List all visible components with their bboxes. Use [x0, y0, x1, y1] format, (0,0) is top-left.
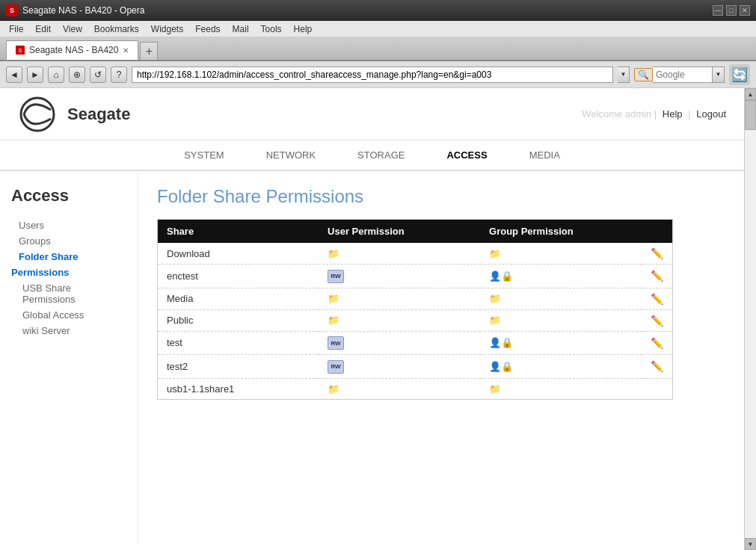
edit-button[interactable]: ✏️ — [651, 360, 663, 372]
nav-access[interactable]: ACCESS — [440, 146, 493, 164]
browser-favicon: S — [6, 4, 18, 16]
user-perm-cell: 📁 — [319, 243, 480, 265]
col-group-permission: Group Permission — [480, 220, 642, 244]
nas-header: Seagate Welcome admin | Help | Logout — [0, 88, 744, 140]
scroll-up-button[interactable]: ▲ — [745, 88, 756, 100]
logout-link[interactable]: Logout — [696, 108, 726, 120]
edit-button[interactable]: ✏️ — [651, 293, 663, 305]
sidebar-permissions-label: Permissions — [11, 265, 126, 280]
window-controls[interactable]: — □ ✕ — [713, 5, 750, 16]
back-button[interactable]: ◄ — [6, 67, 22, 83]
browser-title-bar: S Seagate NAS - BA420 - Opera — □ ✕ — [0, 0, 756, 21]
new-tab-button[interactable]: + — [140, 42, 158, 60]
menu-bookmarks[interactable]: Bookmarks — [88, 22, 145, 36]
edit-button[interactable]: ✏️ — [651, 315, 663, 327]
sidebar: Access Users Groups Folder Share Permiss… — [0, 171, 138, 545]
nav-media[interactable]: MEDIA — [523, 146, 566, 164]
sidebar-title: Access — [11, 186, 126, 206]
nav-storage[interactable]: STORAGE — [351, 146, 411, 164]
search-input[interactable] — [653, 67, 713, 83]
group-perm-cell: 📁 — [480, 309, 642, 331]
tab-close-button[interactable]: ✕ — [123, 46, 129, 55]
address-input[interactable] — [132, 67, 613, 83]
search-engine-icon: 🔍 — [634, 68, 653, 81]
maximize-button[interactable]: □ — [726, 5, 737, 16]
address-dropdown[interactable]: ▼ — [618, 67, 630, 83]
page-wrapper: Seagate Welcome admin | Help | Logout SY… — [0, 88, 756, 550]
search-dropdown[interactable]: ▼ — [713, 67, 725, 83]
folder-icon: 📁 — [328, 248, 339, 259]
user-perm-cell: 📁 — [319, 309, 480, 331]
user-perm-cell: RW — [319, 331, 480, 355]
group-perm-cell: 👤🔒 — [480, 331, 642, 355]
share-name: usb1-1.1share1 — [158, 378, 319, 399]
permissions-table: Share User Permission Group Permission D… — [157, 219, 673, 400]
menu-widgets[interactable]: Widgets — [145, 22, 189, 36]
seagate-logo: Seagate — [15, 93, 130, 135]
menu-file[interactable]: File — [3, 22, 29, 36]
folder-icon: 📁 — [489, 383, 501, 395]
help-button[interactable]: ? — [111, 67, 127, 83]
table-row: enctest RW 👤🔒 ✏️ — [158, 265, 673, 288]
menu-edit[interactable]: Edit — [29, 22, 57, 36]
group-perm-cell: 👤🔒 — [480, 355, 642, 379]
folder-icon: 📁 — [489, 315, 501, 326]
group-perm-cell: 📁 — [480, 288, 642, 309]
bookmark-button[interactable]: ⊕ — [69, 67, 85, 83]
folder-icon: 📁 — [328, 315, 339, 326]
user-perm-cell: RW — [319, 265, 480, 288]
folder-icon: 📁 — [328, 293, 339, 304]
sidebar-item-folder-share[interactable]: Folder Share — [11, 249, 126, 265]
sidebar-item-groups[interactable]: Groups — [11, 233, 126, 249]
tab-label: Seagate NAS - BA420 — [29, 45, 118, 55]
group-perm-cell: 📁 — [480, 378, 642, 399]
nav-bar: SYSTEM NETWORK STORAGE ACCESS MEDIA — [0, 140, 744, 171]
table-row: usb1-1.1share1 📁 📁 — [158, 378, 673, 399]
browser-title: Seagate NAS - BA420 - Opera — [22, 5, 708, 16]
logo-text: Seagate — [67, 105, 130, 124]
group-perm-cell: 👤🔒 — [480, 265, 642, 288]
welcome-text: Welcome admin — [582, 108, 651, 120]
group-perm-cell: 📁 — [480, 243, 642, 265]
edit-button[interactable]: ✏️ — [651, 337, 663, 349]
user-lock-icon: 👤🔒 — [489, 337, 513, 348]
rw-user-icon: RW — [328, 270, 344, 283]
tab-favicon: S — [16, 46, 25, 55]
tab-seagate-nas[interactable]: S Seagate NAS - BA420 ✕ — [6, 40, 138, 60]
user-perm-cell: RW — [319, 355, 480, 379]
sidebar-item-global-access[interactable]: Global Access — [11, 307, 126, 323]
scrollbar-thumb[interactable] — [745, 100, 756, 130]
share-name: Download — [158, 243, 319, 265]
sidebar-item-users[interactable]: Users — [11, 217, 126, 233]
close-button[interactable]: ✕ — [740, 5, 750, 16]
content-area: Folder Share Permissions Share User Perm… — [138, 171, 744, 545]
home-button[interactable]: ⌂ — [48, 67, 64, 83]
forward-button[interactable]: ► — [27, 67, 43, 83]
rw-user-icon: RW — [328, 336, 344, 350]
refresh-button[interactable]: ↺ — [90, 67, 106, 83]
col-share: Share — [158, 220, 319, 244]
user-perm-cell: 📁 — [319, 378, 480, 399]
table-row: Media 📁 📁 ✏️ — [158, 288, 673, 309]
share-name: test2 — [158, 355, 319, 379]
menu-view[interactable]: View — [57, 22, 88, 36]
menu-feeds[interactable]: Feeds — [189, 22, 226, 36]
sidebar-item-wiki-server[interactable]: wiki Server — [11, 323, 126, 339]
nav-system[interactable]: SYSTEM — [178, 146, 230, 164]
menu-tools[interactable]: Tools — [255, 22, 288, 36]
share-name: Public — [158, 309, 319, 331]
logo-graphic — [15, 93, 60, 135]
menu-help[interactable]: Help — [288, 22, 319, 36]
table-row: test RW 👤🔒 ✏️ — [158, 331, 673, 355]
opera-icon[interactable]: 🔄 — [729, 64, 750, 85]
scroll-down-button[interactable]: ▼ — [745, 538, 756, 550]
scrollbar-track[interactable]: ▲ ▼ — [744, 88, 756, 550]
edit-button[interactable]: ✏️ — [651, 270, 663, 282]
tab-bar: S Seagate NAS - BA420 ✕ + — [0, 37, 756, 61]
minimize-button[interactable]: — — [713, 5, 723, 16]
edit-button[interactable]: ✏️ — [651, 247, 663, 259]
menu-mail[interactable]: Mail — [227, 22, 255, 36]
sidebar-item-usb-share-permissions[interactable]: USB Share Permissions — [11, 280, 126, 307]
help-link[interactable]: Help — [663, 108, 683, 120]
nav-network[interactable]: NETWORK — [260, 146, 322, 164]
